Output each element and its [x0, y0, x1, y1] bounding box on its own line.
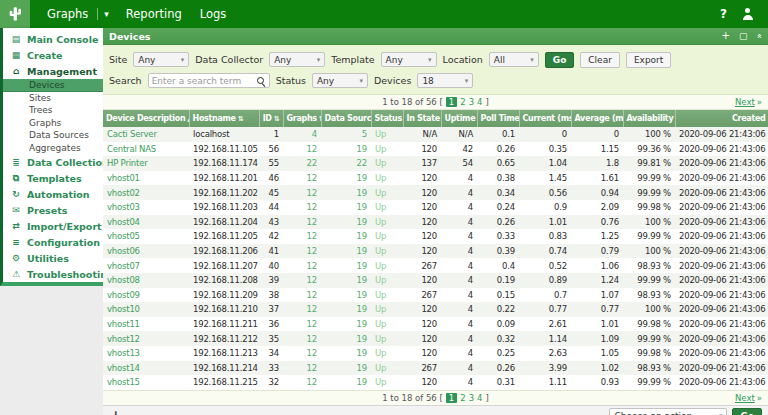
column-header-current-ms[interactable]: Current (ms)⇅	[519, 110, 571, 127]
sidebar-item-create[interactable]: ▦Create	[3, 47, 103, 63]
site-select[interactable]: Any▾	[133, 52, 189, 67]
cell-device-description[interactable]: HP Printer	[103, 156, 189, 171]
sidebar-item-import-export[interactable]: ⇄Import/Export	[3, 218, 103, 234]
cell-graphs[interactable]: 12	[283, 258, 321, 273]
column-header-uptime[interactable]: Uptime⇅	[441, 110, 477, 127]
action-select[interactable]: Choose an action▾	[609, 408, 727, 415]
location-select[interactable]: All▾	[489, 52, 539, 67]
column-header-data-sources[interactable]: Data Sources⇅	[321, 110, 371, 127]
column-header-created[interactable]: Created	[675, 110, 768, 127]
cell-data-sources[interactable]: 22	[321, 156, 371, 171]
cell-graphs[interactable]: 12	[283, 317, 321, 332]
cell-data-sources[interactable]: 19	[321, 229, 371, 244]
cell-graphs[interactable]: 12	[283, 229, 321, 244]
column-header-availability[interactable]: Availability⇅	[623, 110, 675, 127]
action-go-button[interactable]: Go	[732, 408, 762, 415]
cell-graphs[interactable]: 12	[283, 302, 321, 317]
cell-device-description[interactable]: vhost01	[103, 171, 189, 186]
page-link-1[interactable]: 1	[446, 97, 457, 107]
cell-device-description[interactable]: vhost13	[103, 346, 189, 361]
filter-go-button[interactable]: Go	[545, 52, 575, 68]
cell-device-description[interactable]: Cacti Server	[103, 127, 189, 142]
cell-data-sources[interactable]: 19	[321, 331, 371, 346]
sidebar-item-data-collection[interactable]: ≣Data Collection	[3, 154, 103, 170]
filter-export-button[interactable]: Export	[626, 52, 671, 68]
sidebar-subitem-trees[interactable]: Trees	[3, 104, 103, 117]
collapse-panel-icon[interactable]: »	[754, 33, 764, 39]
status-select[interactable]: Any▾	[312, 73, 368, 88]
cell-data-sources[interactable]: 5	[321, 127, 371, 142]
cell-device-description[interactable]: vhost03	[103, 200, 189, 215]
user-icon[interactable]	[741, 8, 754, 20]
fullscreen-icon[interactable]: ▢	[739, 31, 748, 41]
cell-graphs[interactable]: 12	[283, 142, 321, 157]
sidebar-subitem-sites[interactable]: Sites	[3, 92, 103, 105]
cell-data-sources[interactable]: 19	[321, 142, 371, 157]
cell-graphs[interactable]: 12	[283, 361, 321, 376]
cell-graphs[interactable]: 12	[283, 331, 321, 346]
sidebar-item-utilities[interactable]: ⚙Utilities	[3, 250, 103, 266]
cell-device-description[interactable]: vhost02	[103, 185, 189, 200]
tab-graphs[interactable]: Graphs	[38, 0, 97, 28]
cell-data-sources[interactable]: 19	[321, 200, 371, 215]
cell-graphs[interactable]: 4	[283, 127, 321, 142]
cell-data-sources[interactable]: 19	[321, 273, 371, 288]
sidebar-item-templates[interactable]: ⧉Templates	[3, 170, 103, 186]
cell-data-sources[interactable]: 19	[321, 244, 371, 259]
cell-device-description[interactable]: vhost04	[103, 215, 189, 230]
sidebar-subitem-data-sources[interactable]: Data Sources	[3, 129, 103, 142]
help-icon[interactable]: ?	[720, 7, 727, 21]
cell-device-description[interactable]: vhost05	[103, 229, 189, 244]
cell-graphs[interactable]: 12	[283, 215, 321, 230]
cell-data-sources[interactable]: 19	[321, 171, 371, 186]
sidebar-subitem-graphs[interactable]: Graphs	[3, 117, 103, 130]
sidebar-subitem-devices[interactable]: Devices	[3, 79, 103, 92]
column-header-status[interactable]: Status⇅	[371, 110, 403, 127]
template-select[interactable]: Any▾	[381, 52, 437, 67]
column-header-hostname[interactable]: Hostname⇅	[189, 110, 259, 127]
cell-graphs[interactable]: 12	[283, 171, 321, 186]
cell-data-sources[interactable]: 19	[321, 375, 371, 390]
cell-device-description[interactable]: vhost07	[103, 258, 189, 273]
cacti-logo[interactable]	[0, 0, 30, 28]
sidebar-item-troubleshooting[interactable]: ⚠Troubleshooting	[3, 266, 103, 282]
sidebar-item-main-console[interactable]: ▤Main Console	[3, 31, 103, 47]
page-link-4[interactable]: 4	[477, 97, 482, 107]
graphs-dropdown-caret-icon[interactable]: ▾	[97, 8, 117, 20]
cell-data-sources[interactable]: 19	[321, 361, 371, 376]
cell-graphs[interactable]: 12	[283, 375, 321, 390]
cell-data-sources[interactable]: 19	[321, 302, 371, 317]
page-link-2[interactable]: 2	[460, 97, 465, 107]
column-header-in-state[interactable]: In State⇅	[403, 110, 441, 127]
cell-data-sources[interactable]: 19	[321, 215, 371, 230]
sidebar-item-presets[interactable]: ✉Presets	[3, 202, 103, 218]
column-header-graphs[interactable]: Graphs⇅	[283, 110, 321, 127]
cell-device-description[interactable]: vhost10	[103, 302, 189, 317]
page-link-3[interactable]: 3	[469, 393, 474, 403]
cell-graphs[interactable]: 12	[283, 185, 321, 200]
cell-device-description[interactable]: vhost06	[103, 244, 189, 259]
sidebar-subitem-aggregates[interactable]: Aggregates	[3, 142, 103, 155]
cell-data-sources[interactable]: 19	[321, 346, 371, 361]
cell-device-description[interactable]: vhost08	[103, 273, 189, 288]
column-header-id[interactable]: ID⇅	[259, 110, 283, 127]
cell-device-description[interactable]: vhost12	[103, 331, 189, 346]
cell-device-description[interactable]: Central NAS	[103, 142, 189, 157]
search-input[interactable]	[152, 76, 257, 86]
search-icon[interactable]	[257, 77, 264, 84]
sidebar-item-configuration[interactable]: ≡Configuration	[3, 234, 103, 250]
page-link-2[interactable]: 2	[460, 393, 465, 403]
column-header-poll-time[interactable]: Poll Time⇅	[477, 110, 519, 127]
cell-graphs[interactable]: 12	[283, 346, 321, 361]
sidebar-item-automation[interactable]: ↻Automation	[3, 186, 103, 202]
cell-device-description[interactable]: vhost14	[103, 361, 189, 376]
add-device-icon[interactable]: +	[722, 31, 730, 41]
filter-clear-button[interactable]: Clear	[580, 52, 620, 68]
page-link-3[interactable]: 3	[469, 97, 474, 107]
cell-graphs[interactable]: 12	[283, 273, 321, 288]
cell-data-sources[interactable]: 19	[321, 185, 371, 200]
page-link-4[interactable]: 4	[477, 393, 482, 403]
cell-device-description[interactable]: vhost09	[103, 288, 189, 303]
next-page-link[interactable]: Next	[735, 393, 755, 403]
tab-logs[interactable]: Logs	[191, 0, 236, 28]
